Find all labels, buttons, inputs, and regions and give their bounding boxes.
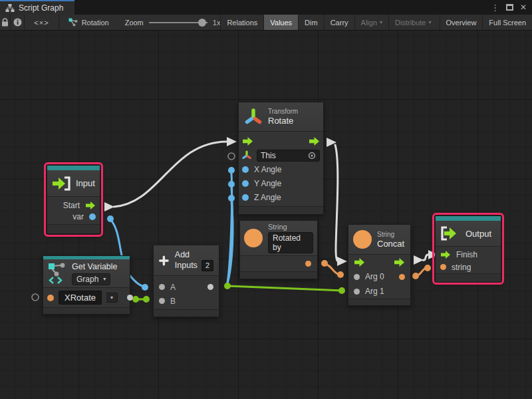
close-icon[interactable]: ✕: [520, 3, 527, 11]
node-input-ports: Start var: [47, 197, 100, 224]
align-button[interactable]: Align ▾: [354, 15, 388, 30]
node-category: String: [268, 223, 313, 231]
node-output-header[interactable]: Output: [436, 221, 501, 247]
lock-icon: [1, 18, 9, 27]
string-type-icon: [353, 230, 372, 249]
value-out-port-icon[interactable]: [89, 213, 96, 220]
zoom-slider[interactable]: [149, 19, 207, 27]
this-target-field[interactable]: This: [257, 150, 320, 162]
values-button[interactable]: Values: [263, 15, 298, 30]
value-in-port-icon[interactable]: [354, 274, 360, 280]
port-row-a[interactable]: A: [159, 280, 213, 294]
node-footer: [43, 307, 130, 314]
object-picker-icon[interactable]: [308, 152, 316, 160]
flow-in-port-icon[interactable]: [354, 258, 365, 267]
breadcrumb[interactable]: Rotation: [68, 15, 109, 30]
port-row-b[interactable]: B: [159, 294, 213, 308]
port-row-start[interactable]: Start: [47, 200, 96, 211]
flow-in-port-icon[interactable]: [440, 251, 451, 259]
value-out-port-icon[interactable]: [305, 261, 311, 267]
flow-out-port-icon[interactable]: [394, 258, 405, 267]
node-output-ports: Finish string: [436, 247, 501, 273]
variable-name-field[interactable]: XRotate: [59, 291, 102, 305]
value-in-port-icon[interactable]: [47, 295, 54, 301]
string-value-field[interactable]: Rotated by: [268, 232, 313, 253]
value-out-port-icon[interactable]: [127, 295, 133, 301]
chevron-down-icon: ▾: [380, 19, 382, 25]
string-titles: String Rotated by: [268, 223, 313, 253]
node-get-variable[interactable]: Get Variable Graph ▾ XRotate ▾: [43, 255, 130, 315]
port-row-z-angle[interactable]: Z Angle: [242, 190, 320, 204]
flow-out-port-icon[interactable]: [85, 201, 96, 209]
window-controls: ⋮ ✕: [491, 0, 532, 15]
node-output[interactable]: Output Finish string: [435, 215, 501, 282]
node-input[interactable]: Input Start var: [47, 165, 100, 234]
carry-button[interactable]: Carry: [324, 15, 354, 30]
node-title: Add: [175, 250, 213, 260]
node-input-header[interactable]: Input: [47, 170, 100, 197]
node-add-ports: A B: [154, 276, 219, 309]
port-row-flow[interactable]: [242, 134, 320, 148]
menu-icon[interactable]: ⋮: [491, 3, 499, 12]
node-rotate-header[interactable]: Transform Rotate: [239, 102, 323, 132]
add-titles: Add Inputs 2: [175, 250, 213, 271]
node-title: Get Variable: [72, 262, 118, 272]
value-in-port-icon[interactable]: [159, 284, 165, 290]
value-in-port-icon[interactable]: [159, 298, 165, 304]
node-footer: [240, 271, 317, 279]
port-label: Z Angle: [254, 193, 281, 202]
value-out-port-icon[interactable]: [207, 284, 213, 290]
csharp-preview-button[interactable]: <×>: [25, 15, 59, 30]
node-add[interactable]: Add Inputs 2 A B: [153, 245, 219, 317]
node-string-literal[interactable]: String Rotated by: [239, 220, 318, 279]
fullscreen-button[interactable]: Full Screen: [482, 15, 532, 30]
value-in-port-icon[interactable]: [242, 166, 249, 173]
value-in-port-icon[interactable]: [354, 289, 360, 295]
port-label: A: [170, 283, 176, 292]
node-add-header[interactable]: Add Inputs 2: [154, 245, 219, 276]
node-concat[interactable]: String Concat Arg 0 Arg 1: [348, 224, 411, 306]
port-row-finish[interactable]: Finish: [440, 248, 496, 261]
zoom-value: 1x: [213, 19, 221, 27]
maximize-icon[interactable]: [506, 4, 513, 11]
dim-button[interactable]: Dim: [298, 15, 324, 30]
lock-button[interactable]: [0, 15, 11, 30]
value-in-port-icon[interactable]: [242, 194, 249, 201]
tab-script-graph[interactable]: Script Graph: [0, 0, 74, 15]
variable-scope-dropdown[interactable]: Graph ▾: [72, 273, 110, 285]
distribute-button[interactable]: Distribute ▾: [388, 15, 437, 30]
node-title: Input: [76, 178, 95, 188]
node-rotate-ports: This X Angle Y Angle Z Angle: [239, 132, 323, 206]
port-row-this[interactable]: This: [242, 148, 320, 162]
rotate-titles: Transform Rotate: [268, 108, 298, 126]
port-row-string[interactable]: string: [440, 261, 496, 273]
port-row-arg0[interactable]: Arg 0: [354, 269, 405, 284]
relations-button[interactable]: Relations: [220, 15, 263, 30]
port-label: B: [170, 297, 176, 306]
node-string-header[interactable]: String Rotated by: [240, 221, 317, 256]
transform-icon: [245, 108, 262, 126]
node-category: Transform: [268, 108, 298, 116]
value-in-port-icon[interactable]: [242, 180, 249, 187]
port-row-y-angle[interactable]: Y Angle: [242, 176, 320, 190]
value-in-port-icon[interactable]: [440, 264, 446, 270]
inputs-count-field[interactable]: 2: [201, 260, 213, 271]
port-row-x-angle[interactable]: X Angle: [242, 162, 320, 176]
info-icon: [13, 18, 22, 27]
port-label: Arg 1: [365, 287, 384, 296]
variable-name-caret[interactable]: ▾: [106, 293, 118, 303]
value-out-port-icon[interactable]: [399, 274, 405, 280]
zoom-slider-handle[interactable]: [198, 19, 206, 27]
port-row-flow[interactable]: [354, 255, 405, 269]
breadcrumb-label: Rotation: [82, 19, 109, 27]
port-row-var[interactable]: var: [47, 211, 96, 222]
node-get-variable-header[interactable]: Get Variable Graph ▾: [43, 259, 130, 288]
port-row-arg1[interactable]: Arg 1: [354, 284, 405, 299]
add-icon: [159, 252, 169, 269]
overview-button[interactable]: Overview: [440, 15, 483, 30]
flow-out-port-icon[interactable]: [309, 137, 320, 146]
node-concat-header[interactable]: String Concat: [348, 225, 410, 255]
info-button[interactable]: [11, 15, 25, 30]
flow-in-port-icon[interactable]: [242, 137, 253, 146]
node-rotate[interactable]: Transform Rotate This: [238, 102, 324, 215]
